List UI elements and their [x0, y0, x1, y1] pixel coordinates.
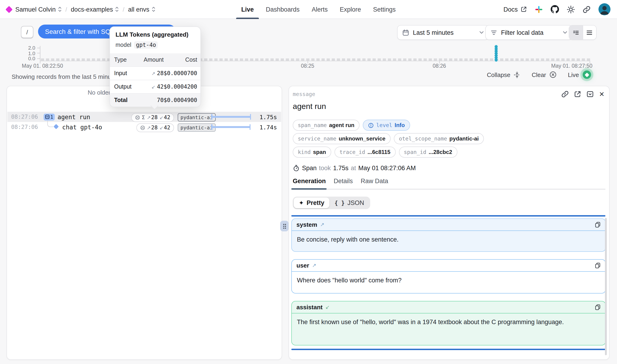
- env-name: all envs: [128, 6, 149, 13]
- open-in-new-icon[interactable]: [574, 91, 581, 98]
- records-actions: Collapse Clear Live: [487, 70, 591, 79]
- pretty-toggle[interactable]: ✦ Pretty: [294, 197, 329, 208]
- attr-span-id[interactable]: span_id ...28cbc2: [399, 146, 457, 158]
- attr-span-name[interactable]: span_name agent run: [293, 120, 360, 131]
- attr-service-name[interactable]: service_name unknown_service: [293, 133, 391, 144]
- clear-label: Clear: [532, 71, 546, 78]
- copy-icon[interactable]: [595, 222, 601, 228]
- timing-duration: 1.75s: [333, 165, 348, 171]
- user-avatar[interactable]: [598, 3, 611, 15]
- attr-level[interactable]: level Info: [363, 120, 410, 131]
- section-divider-bottom: [291, 349, 605, 350]
- y-axis-tick: 2.0: [21, 45, 35, 51]
- org-name: Samuel Colvin: [15, 6, 56, 13]
- collapse-box-icon: [45, 115, 50, 119]
- attr-trace-id[interactable]: trace_id ...6c8115: [334, 146, 395, 158]
- tooltip-title: LLM Tokens (aggregated): [110, 27, 200, 38]
- project-selector[interactable]: docs-examples: [71, 6, 119, 13]
- grip-dots-icon: [282, 223, 287, 229]
- json-toggle[interactable]: { } JSON: [329, 197, 369, 208]
- tab-alerts[interactable]: Alerts: [312, 0, 328, 19]
- tab-dashboards[interactable]: Dashboards: [266, 0, 300, 19]
- output-arrow-icon: ↙: [159, 125, 164, 130]
- token-coin-icon: [140, 125, 145, 130]
- trace-row-chat-gpt-4o[interactable]: 08:27:06 chat gpt-4o ↗28 ↙42 pydantic-ai…: [7, 122, 281, 132]
- record-kind-label: message: [293, 91, 315, 97]
- token-type: Input: [110, 66, 140, 80]
- copy-icon[interactable]: [595, 262, 601, 269]
- token-amount: 28: [157, 70, 164, 77]
- record-time: 08:27:06: [11, 124, 38, 130]
- tab-live-label: Live: [241, 6, 254, 13]
- input-arrow-icon: ↗: [147, 125, 151, 130]
- message-role: system: [296, 221, 317, 228]
- attr-value: agent run: [329, 122, 354, 129]
- timing-span-word: Span: [302, 165, 317, 171]
- copy-icon[interactable]: [595, 304, 601, 310]
- attr-value: ...6c8115: [368, 149, 390, 155]
- main-tabs: Live Dashboards Alerts Explore Settings: [241, 0, 396, 19]
- token-amount: 42: [157, 83, 164, 90]
- attr-value: unknown_service: [339, 135, 385, 142]
- input-tokens: 28: [151, 124, 158, 131]
- tab-explore-label: Explore: [340, 6, 361, 13]
- histogram-bar-selected[interactable]: [495, 45, 498, 62]
- org-selector[interactable]: Samuel Colvin: [15, 6, 62, 13]
- input-tokens: 28: [151, 114, 158, 121]
- tab-settings[interactable]: Settings: [373, 0, 396, 19]
- tokens-row-output: Output ↙ 42 $0.0004200: [110, 80, 200, 93]
- token-usage-pill: ↗28 ↙42: [136, 123, 174, 132]
- attr-key: trace_id: [339, 149, 365, 155]
- panel-scrollbar-thumb[interactable]: [605, 218, 607, 355]
- tab-live[interactable]: Live: [241, 0, 254, 19]
- child-count: 1: [50, 114, 53, 120]
- message-card-system: system ↗ Be concise, reply with one sent…: [291, 218, 606, 252]
- tab-raw-data[interactable]: Raw Data: [361, 178, 388, 184]
- tab-generation[interactable]: Generation: [293, 178, 326, 184]
- env-selector[interactable]: all envs: [128, 6, 155, 13]
- token-type: Output: [110, 80, 140, 93]
- slack-icon[interactable]: [535, 5, 543, 13]
- message-header: system ↗: [292, 219, 605, 231]
- tab-dashboards-label: Dashboards: [266, 6, 300, 13]
- active-tab-indicator: [291, 188, 327, 190]
- x-axis-tick: May 01. 08:22:50: [22, 63, 63, 69]
- timing-at-word: at: [351, 165, 356, 171]
- top-nav: Samuel Colvin / docs-examples / all envs…: [0, 0, 617, 19]
- attr-kind[interactable]: kind span: [293, 146, 331, 158]
- panel-resize-handle[interactable]: [280, 221, 289, 231]
- sparkle-icon: ✦: [299, 199, 304, 206]
- message-header: user ↗: [292, 260, 605, 272]
- output-arrow-icon: ↙: [151, 84, 155, 90]
- permalink-icon[interactable]: [562, 91, 569, 98]
- clear-button[interactable]: Clear: [532, 71, 557, 78]
- close-panel-icon[interactable]: ✕: [599, 91, 604, 98]
- pretty-label: Pretty: [307, 199, 325, 206]
- tab-explore[interactable]: Explore: [340, 0, 361, 19]
- attr-value: ...28cbc2: [429, 149, 452, 155]
- theme-sun-icon[interactable]: [567, 5, 575, 13]
- breadcrumb: Samuel Colvin / docs-examples / all envs: [6, 0, 155, 19]
- breadcrumb-separator: /: [66, 6, 67, 13]
- llm-tokens-tooltip: LLM Tokens (aggregated) model gpt-4o Typ…: [109, 26, 201, 107]
- collapse-button[interactable]: Collapse: [487, 71, 521, 78]
- total-label: Total: [110, 93, 140, 107]
- col-cost: Cost: [164, 53, 201, 66]
- share-link-icon[interactable]: [583, 5, 591, 13]
- collapse-children-badge[interactable]: 1: [44, 113, 55, 120]
- chevron-updown-icon: [115, 6, 119, 12]
- docs-link[interactable]: Docs: [503, 6, 527, 13]
- github-icon[interactable]: [551, 5, 559, 13]
- live-toggle[interactable]: Live: [568, 70, 591, 79]
- attr-otel-scope-name[interactable]: otel_scope_name pydantic-ai: [394, 133, 484, 144]
- duration-bar: [211, 124, 250, 130]
- span-title: agent run: [293, 102, 326, 111]
- attr-key: span_name: [298, 122, 327, 129]
- duration-bar: [211, 114, 251, 120]
- y-axis-line: [40, 46, 40, 61]
- tab-details[interactable]: Details: [334, 178, 353, 184]
- attr-value: Info: [394, 122, 405, 129]
- dock-panel-icon[interactable]: [587, 91, 594, 98]
- live-label: Live: [568, 71, 579, 78]
- braces-icon: { }: [334, 200, 344, 206]
